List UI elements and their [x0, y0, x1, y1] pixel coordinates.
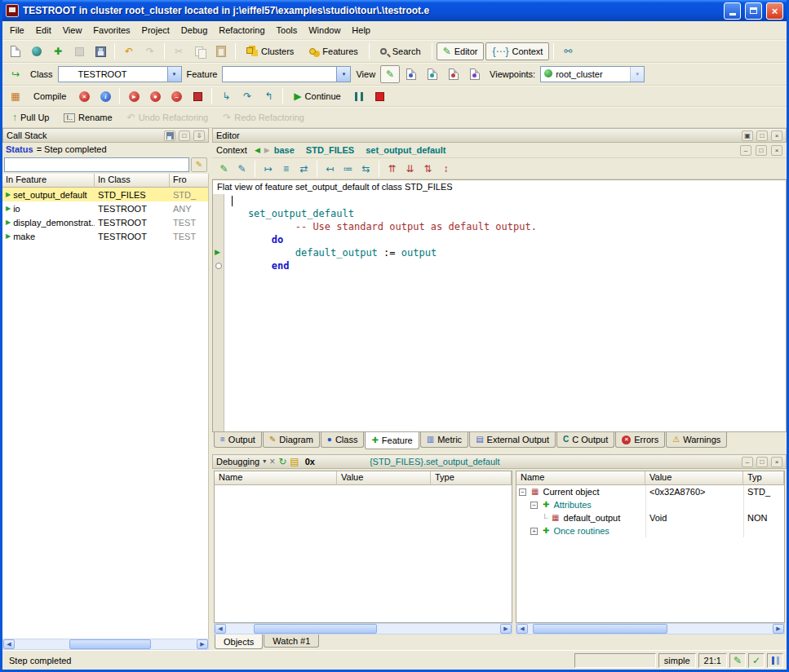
save-call-stack-button[interactable] — [164, 130, 175, 141]
new-window-button[interactable] — [6, 42, 25, 60]
tab-metric[interactable]: ▥Metric — [420, 432, 468, 448]
feature-combobox[interactable]: ▼ — [222, 66, 351, 82]
open-button[interactable] — [27, 42, 47, 60]
titlebar[interactable]: TESTROOT in cluster root_cluster located… — [2, 0, 787, 21]
context-crumb[interactable]: base — [274, 145, 295, 155]
column-in-class[interactable]: In Class — [95, 174, 170, 188]
contract-view-button[interactable] — [444, 65, 463, 83]
editable-state-button[interactable]: ✎ — [729, 653, 746, 668]
scroll-thumb[interactable] — [533, 624, 667, 634]
forward-icon[interactable]: ▶ — [264, 147, 270, 154]
tab-objects[interactable]: Objects — [215, 634, 263, 649]
column-name[interactable]: Name — [215, 471, 337, 485]
scroll-right-icon[interactable]: ▶ — [500, 624, 512, 634]
redo-refactoring-button[interactable]: ↷Redo Refactoring — [216, 108, 311, 126]
call-stack-header[interactable]: Call Stack □ ⇩ — [2, 128, 209, 143]
undo-refactoring-button[interactable]: ↶Undo Refactoring — [121, 108, 215, 126]
sync-state-button[interactable]: ✓ — [748, 653, 765, 668]
debug-ignore-breakpoints-button[interactable]: – — [166, 87, 186, 105]
object-tree-row[interactable]: −✚Attributes — [516, 498, 784, 511]
interface-view-button[interactable] — [465, 65, 485, 83]
column-from[interactable]: Fro — [170, 174, 209, 188]
maximize-button[interactable] — [745, 2, 762, 20]
search-button[interactable]: Search — [374, 42, 428, 60]
breakpoint-slot-icon[interactable] — [215, 263, 222, 269]
code-lines[interactable]: set_output_default -- Use standard outpu… — [224, 194, 786, 431]
scroll-left-icon[interactable]: ◀ — [516, 624, 528, 634]
show-callers-button[interactable]: ⇅ — [420, 161, 436, 176]
column-type[interactable]: Type — [431, 471, 512, 485]
swap-view-button[interactable]: ⇄ — [296, 161, 312, 176]
object-tree-row[interactable]: −▦Current object<0x32A8760>STD_ — [516, 485, 784, 498]
copy-button[interactable] — [190, 42, 210, 60]
maximize-panel-button[interactable]: □ — [756, 145, 767, 156]
rename-button[interactable]: I..Rename — [57, 108, 118, 126]
scroll-left-icon[interactable]: ◀ — [3, 639, 15, 649]
tab-class[interactable]: ●Class — [321, 432, 365, 448]
compilation-error-button[interactable]: × — [74, 87, 94, 105]
column-value[interactable]: Value — [337, 471, 431, 485]
breakpoint-gutter[interactable] — [213, 194, 224, 431]
scroll-track[interactable] — [15, 639, 197, 649]
clusters-button[interactable]: Clusters — [240, 42, 300, 60]
scroll-right-icon[interactable]: ▶ — [197, 639, 208, 649]
tab-feature[interactable]: ✚Feature — [365, 432, 419, 449]
tab-c[interactable]: CC Output — [556, 432, 614, 448]
maximize-panel-button[interactable]: □ — [756, 457, 768, 467]
context-crumb[interactable]: STD_FILES — [306, 145, 354, 155]
refresh-icon[interactable]: ↻ — [278, 457, 286, 466]
chevron-down-icon[interactable]: ▼ — [167, 67, 181, 82]
object-tree-row[interactable]: └▦default_outputVoidNON — [516, 511, 784, 524]
scroll-track[interactable] — [528, 624, 773, 634]
close-panel-button[interactable]: × — [771, 457, 782, 467]
close-tool-icon[interactable]: × — [269, 457, 275, 466]
scroll-right-icon[interactable]: ▶ — [773, 624, 784, 634]
maximize-panel-button[interactable]: □ — [756, 130, 768, 141]
restore-panel-button[interactable]: ▣ — [742, 130, 753, 141]
save-button[interactable] — [91, 42, 110, 60]
menu-window[interactable]: Window — [303, 23, 346, 38]
menu-view[interactable]: View — [57, 23, 88, 38]
debug-run-breakpoints-button[interactable]: ● — [145, 87, 165, 105]
pull-up-button[interactable]: ↑Pull Up — [6, 108, 55, 126]
column-value[interactable]: Value — [645, 471, 743, 485]
clickable-view-button[interactable] — [401, 65, 421, 83]
toggle-list-button[interactable]: ⇆ — [358, 161, 374, 176]
step-into-button[interactable]: ↳ — [216, 87, 236, 105]
close-panel-button[interactable]: × — [771, 145, 782, 156]
edit-feature-button[interactable]: ✎ — [216, 161, 232, 176]
collapse-icon[interactable]: − — [519, 489, 526, 496]
editor-toggle-button[interactable]: ✎Editor — [437, 42, 485, 60]
watch-table-body[interactable] — [215, 485, 512, 622]
pause-button[interactable] — [349, 87, 369, 105]
notes-icon[interactable]: ▤ — [290, 457, 299, 466]
tab-watch-1[interactable]: Watch #1 — [264, 634, 319, 648]
class-combobox[interactable]: TESTROOT ▼ — [58, 66, 182, 82]
back-icon[interactable]: ◀ — [255, 147, 260, 154]
stack-filter-button[interactable]: ✎ — [191, 157, 207, 172]
debugging-header[interactable]: Debugging ▾ × ↻ ▤ 0x {STD_FILES}.set_out… — [212, 454, 787, 469]
column-in-feature[interactable]: In Feature — [2, 174, 95, 188]
code-area[interactable]: ▶ set_output_default -- Use standard out… — [213, 194, 786, 431]
compile-button[interactable]: Compile — [27, 87, 73, 105]
code-line[interactable]: set_output_default — [224, 207, 786, 220]
chevron-down-icon[interactable]: ▾ — [263, 458, 266, 465]
code-line[interactable] — [224, 194, 786, 207]
redo-button[interactable]: ↷ — [140, 42, 160, 60]
stop-button[interactable] — [370, 87, 390, 105]
scroll-track[interactable] — [226, 624, 500, 634]
code-line[interactable]: default_output := output — [224, 246, 786, 259]
stack-filter-input[interactable] — [4, 157, 189, 172]
step-over-button[interactable]: ↷ — [237, 87, 257, 105]
chevron-down-icon[interactable]: ▼ — [630, 67, 644, 82]
menu-project[interactable]: Project — [136, 23, 175, 38]
assigners-button[interactable]: ≔ — [340, 161, 356, 176]
tab-output[interactable]: ≡Output — [214, 432, 262, 448]
send-to-tool-button[interactable]: ↪ — [6, 65, 25, 83]
hex-toggle[interactable]: 0x — [303, 457, 317, 466]
viewpoints-combobox[interactable]: root_cluster ▼ — [540, 66, 645, 82]
close-button[interactable]: × — [766, 2, 783, 20]
menu-tools[interactable]: Tools — [271, 23, 304, 38]
cut-button[interactable]: ✂ — [169, 42, 188, 60]
minimize-panel-button[interactable]: – — [740, 145, 751, 156]
